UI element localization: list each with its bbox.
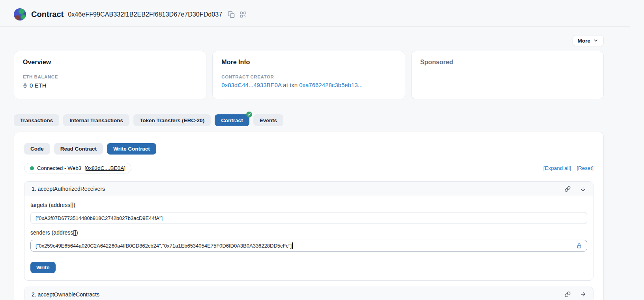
senders-input-value: ["0x259c49E65644a020C2A642260a4ffB0CD862… <box>36 243 292 249</box>
tab-token-transfers[interactable]: Token Transfers (ERC-20) <box>133 114 211 126</box>
page-title: Contract <box>31 10 64 19</box>
targets-input[interactable]: ["0xA3f07D6773514480b918C2742b027b3acD9E… <box>30 212 587 224</box>
summary-cards: Overview ETH BALANCE 0 ETH More Info CON… <box>14 51 604 99</box>
contract-subtabs: Code Read Contract Write Contract <box>24 143 593 155</box>
method-title: 2. acceptOwnableContracts <box>32 291 99 298</box>
method-header[interactable]: 2. acceptOwnableContracts <box>24 287 593 300</box>
overview-card: Overview ETH BALANCE 0 ETH <box>14 51 206 99</box>
header-divider <box>0 26 630 27</box>
contract-panel: Code Read Contract Write Contract Connec… <box>14 132 604 300</box>
more-button[interactable]: More <box>573 35 604 46</box>
green-dot-icon <box>30 166 34 170</box>
link-icon[interactable] <box>565 186 571 192</box>
copy-address-button[interactable] <box>228 11 235 18</box>
more-info-card: More Info CONTRACT CREATOR 0x83dC44...49… <box>212 51 405 99</box>
tab-events[interactable]: Events <box>253 114 283 126</box>
method-header[interactable]: 1. acceptAuthorizedReceivers <box>24 182 593 196</box>
lock-icon[interactable] <box>576 243 582 249</box>
more-info-card-title: More Info <box>221 59 396 66</box>
senders-input[interactable]: ["0x259c49E65644a020C2A642260a4ffB0CD862… <box>30 240 587 252</box>
senders-field-label: senders (address[]) <box>30 229 587 237</box>
qr-code-icon <box>240 11 247 18</box>
connection-status-text: Connected - Web3 <box>37 165 81 171</box>
expand-all-link[interactable]: [Expand all] <box>543 165 571 171</box>
chevron-down-icon <box>593 38 599 43</box>
connected-address-link[interactable]: [0x83dC....BE0A] <box>84 165 125 171</box>
eth-balance-value: 0 ETH <box>30 82 47 89</box>
text-caret <box>292 242 293 249</box>
subtab-write-contract[interactable]: Write Contract <box>107 143 156 155</box>
sponsored-card-title: Sponsored <box>420 59 595 66</box>
expand-arrow-right-icon[interactable] <box>580 291 586 297</box>
tab-transactions[interactable]: Transactions <box>14 114 59 126</box>
wallet-connection-status: Connected - Web3 [0x83dC....BE0A] <box>24 163 131 173</box>
copy-icon <box>228 11 235 18</box>
reset-link[interactable]: [Reset] <box>577 165 593 171</box>
page-header: Contract 0x46eFF99CAB332f1B2EB2Ff6813D67… <box>14 0 604 20</box>
method-item-accept-ownable-contracts: 2. acceptOwnableContracts <box>24 287 593 300</box>
eth-balance-label: ETH BALANCE <box>23 75 197 79</box>
verified-check-icon <box>246 112 252 117</box>
overview-card-title: Overview <box>23 59 197 66</box>
write-button[interactable]: Write <box>30 262 56 273</box>
contract-identicon-avatar <box>14 8 26 20</box>
subtab-code[interactable]: Code <box>24 143 50 155</box>
creation-txn-link[interactable]: 0xa7662428c3b5eb13... <box>299 82 363 88</box>
sponsored-card: Sponsored <box>411 51 604 99</box>
contract-page: Contract 0x46eFF99CAB332f1B2EB2Ff6813D67… <box>0 0 644 300</box>
targets-field-label: targets (address[]) <box>30 202 587 209</box>
method-title: 1. acceptAuthorizedReceivers <box>32 186 105 192</box>
tab-internal-transactions[interactable]: Internal Transactions <box>63 114 129 126</box>
qr-code-button[interactable] <box>240 11 247 18</box>
contract-address: 0x46eFF99CAB332f1B2EB2Ff6813D67e7D30FDd0… <box>68 11 222 18</box>
creator-address-link[interactable]: 0x83dC44...4933BE0A <box>221 82 281 88</box>
more-button-label: More <box>578 38 590 44</box>
at-txn-text: at txn <box>283 82 298 88</box>
targets-input-value: ["0xA3f07D6773514480b918C2742b027b3acD9E… <box>36 215 163 221</box>
link-icon[interactable] <box>565 291 571 297</box>
tab-contract[interactable]: Contract <box>215 114 249 126</box>
collapse-arrow-down-icon[interactable] <box>580 186 586 192</box>
contract-creator-label: CONTRACT CREATOR <box>221 75 396 79</box>
method-item-accept-authorized-receivers: 1. acceptAuthorizedReceivers targets (ad… <box>24 181 593 281</box>
ethereum-icon <box>23 82 27 89</box>
subtab-read-contract[interactable]: Read Contract <box>54 143 103 155</box>
page-tabs: Transactions Internal Transactions Token… <box>14 114 604 126</box>
